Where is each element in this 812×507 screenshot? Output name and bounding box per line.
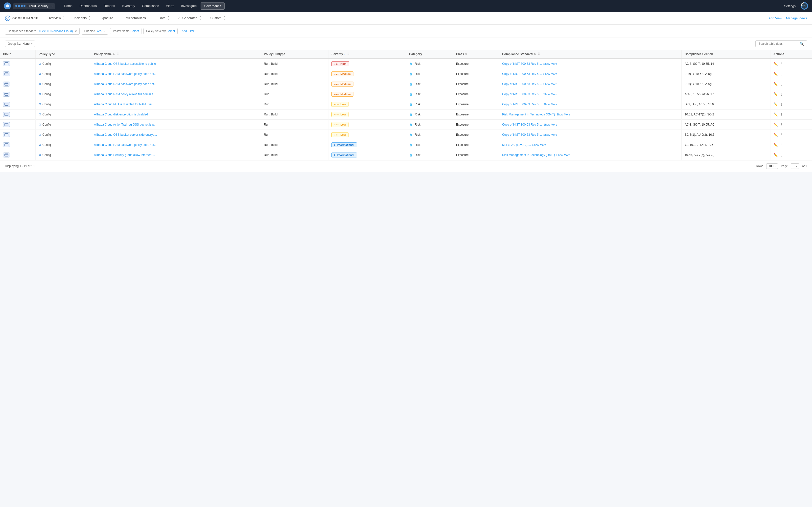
- tab-vulnerabilities[interactable]: Vulnerabilities ⋮: [122, 12, 155, 24]
- policy-name-value[interactable]: Alibaba Cloud OSS bucket server-side enc…: [94, 133, 157, 136]
- tab-vulnerabilities-dots[interactable]: ⋮: [147, 15, 151, 20]
- compliance-standard-filter[interactable]: Compliance Standard CIS v1.0.0 (Alibaba …: [5, 28, 79, 35]
- policy-name-value[interactable]: Alibaba Cloud OSS bucket accessible to p…: [94, 62, 156, 65]
- compliance-standard-value[interactable]: Copy of NIST 800-53 Rev 5,...: [502, 133, 542, 136]
- brand-selector[interactable]: Cloud Security ▾: [13, 3, 55, 9]
- col-policy-name[interactable]: Policy Name ⇅ ⠿: [91, 50, 261, 59]
- show-more-button[interactable]: Show More: [543, 82, 557, 86]
- edit-icon[interactable]: ✏️: [773, 112, 777, 116]
- show-more-button[interactable]: Show More: [543, 103, 557, 106]
- show-more-button[interactable]: Show More: [543, 62, 557, 65]
- more-actions-icon[interactable]: ⋮: [779, 112, 783, 116]
- tab-exposure[interactable]: Exposure ⋮: [96, 12, 122, 24]
- compliance-standard-value[interactable]: Copy of NIST 800-53 Rev 5,...: [502, 93, 542, 96]
- edit-icon[interactable]: ✏️: [773, 102, 777, 106]
- col-severity[interactable]: Severity ↓ ⠿: [328, 50, 406, 59]
- compliance-standard-value[interactable]: Copy of NIST 800-53 Rev 5,...: [502, 62, 542, 65]
- edit-icon[interactable]: ✏️: [773, 92, 777, 96]
- compliance-drag-icon[interactable]: ⠿: [538, 52, 540, 56]
- tab-ai-dots[interactable]: ⋮: [198, 15, 202, 20]
- policy-name-value[interactable]: Alibaba Cloud disk encryption is disable…: [94, 113, 148, 116]
- tab-data[interactable]: Data ⋮: [155, 12, 174, 24]
- rows-per-page-selector[interactable]: 100 ▾: [766, 163, 778, 169]
- show-more-button[interactable]: Show More: [543, 123, 557, 126]
- policy-name-value[interactable]: Alibaba Cloud MFA is disabled for RAM us…: [94, 103, 152, 106]
- nav-inventory[interactable]: Inventory: [119, 2, 138, 10]
- tab-overview[interactable]: Overview ⋮: [44, 12, 70, 24]
- compliance-standard-value[interactable]: Copy of NIST 800-53 Rev 5,...: [502, 123, 542, 126]
- policy-name-value[interactable]: Alibaba Cloud RAM policy allows full adm…: [94, 93, 156, 96]
- policy-severity-filter[interactable]: Policy Severity Select: [144, 28, 177, 34]
- policy-name-filter[interactable]: Policy Name Select: [110, 28, 142, 34]
- show-more-button[interactable]: Show More: [556, 113, 570, 116]
- class-value: Exposure: [456, 93, 469, 96]
- user-avatar[interactable]: 77%: [801, 2, 808, 10]
- enabled-close-icon[interactable]: ×: [103, 29, 105, 33]
- compliance-standard-value[interactable]: Copy of NIST 800-53 Rev 5,...: [502, 72, 542, 76]
- nav-investigate[interactable]: Investigate: [178, 2, 200, 10]
- more-actions-icon[interactable]: ⋮: [779, 123, 783, 126]
- nav-dashboards[interactable]: Dashboards: [76, 2, 100, 10]
- edit-icon[interactable]: ✏️: [773, 62, 777, 66]
- manage-views-button[interactable]: Manage Views: [786, 16, 807, 20]
- col-drag-icon[interactable]: ⠿: [116, 52, 119, 56]
- more-actions-icon[interactable]: ⋮: [779, 82, 783, 86]
- edit-icon[interactable]: ✏️: [773, 153, 777, 157]
- policy-name-value[interactable]: Alibaba Cloud Security group allow inter…: [94, 153, 155, 157]
- more-actions-icon[interactable]: ⋮: [779, 92, 783, 96]
- nav-home[interactable]: Home: [61, 2, 76, 10]
- show-more-button[interactable]: Show More: [532, 144, 546, 146]
- policy-name-value[interactable]: Alibaba Cloud RAM password policy does n…: [94, 72, 157, 76]
- tab-exposure-dots[interactable]: ⋮: [114, 15, 118, 20]
- app-logo[interactable]: [4, 2, 11, 9]
- edit-icon[interactable]: ✏️: [773, 143, 777, 147]
- show-more-button[interactable]: Show More: [556, 154, 570, 157]
- more-actions-icon[interactable]: ⋮: [779, 133, 783, 137]
- compliance-standard-value[interactable]: Copy of NIST 800-53 Rev 5,...: [502, 82, 542, 86]
- tab-custom-dots[interactable]: ⋮: [222, 15, 226, 20]
- tab-ai-generated[interactable]: AI Generated ⋮: [174, 12, 206, 24]
- show-more-button[interactable]: Show More: [543, 133, 557, 136]
- settings-link[interactable]: Settings: [784, 4, 796, 8]
- compliance-standard-value[interactable]: Copy of NIST 800-53 Rev 5,...: [502, 103, 542, 106]
- col-class[interactable]: Class ⇅: [453, 50, 499, 59]
- policy-name-value[interactable]: Alibaba Cloud RAM password policy does n…: [94, 143, 157, 147]
- edit-icon[interactable]: ✏️: [773, 133, 777, 137]
- show-more-button[interactable]: Show More: [543, 72, 557, 75]
- table-search-input[interactable]: [759, 42, 798, 46]
- more-actions-icon[interactable]: ⋮: [779, 62, 783, 66]
- tab-overview-dots[interactable]: ⋮: [62, 15, 66, 20]
- enabled-filter[interactable]: Enabled Yes ×: [82, 28, 108, 35]
- more-actions-icon[interactable]: ⋮: [779, 72, 783, 76]
- show-more-button[interactable]: Show More: [543, 93, 557, 96]
- compliance-standard-value[interactable]: Risk Management in Technology (RMiT): [502, 113, 555, 116]
- rows-per-page-value: 100: [768, 164, 773, 168]
- col-compliance-standard[interactable]: Compliance Standard ⇅ ⠿: [499, 50, 682, 59]
- cell-policy-type: ⚙ Config: [36, 120, 91, 130]
- add-view-button[interactable]: Add View: [768, 16, 782, 20]
- table-header-row: Cloud Policy Type Policy Name ⇅ ⠿ Policy…: [0, 50, 812, 59]
- more-actions-icon[interactable]: ⋮: [779, 153, 783, 157]
- add-filter-button[interactable]: Add Filter: [179, 28, 196, 34]
- tab-incidents[interactable]: Incidents ⋮: [70, 12, 96, 24]
- policy-name-value[interactable]: Alibaba Cloud ActionTrail log OSS bucket…: [94, 123, 156, 126]
- nav-alerts[interactable]: Alerts: [163, 2, 177, 10]
- nav-compliance[interactable]: Compliance: [139, 2, 162, 10]
- policy-name-value[interactable]: Alibaba Cloud RAM password policy does n…: [94, 82, 157, 86]
- tab-incidents-dots[interactable]: ⋮: [88, 15, 92, 20]
- group-by-selector[interactable]: Group By: None ▾: [5, 41, 35, 47]
- edit-icon[interactable]: ✏️: [773, 82, 777, 86]
- compliance-standard-close-icon[interactable]: ×: [75, 29, 77, 33]
- compliance-standard-value[interactable]: MLPS 2.0 (Level 2),...: [502, 143, 531, 147]
- edit-icon[interactable]: ✏️: [773, 123, 777, 126]
- compliance-standard-value[interactable]: Risk Management in Technology (RMiT): [502, 153, 555, 157]
- tab-data-dots[interactable]: ⋮: [166, 15, 170, 20]
- severity-drag-icon[interactable]: ⠿: [347, 52, 349, 56]
- nav-reports[interactable]: Reports: [101, 2, 118, 10]
- page-selector[interactable]: 1 ▾: [791, 163, 799, 169]
- nav-governance[interactable]: Governance: [201, 2, 225, 10]
- edit-icon[interactable]: ✏️: [773, 72, 777, 76]
- more-actions-icon[interactable]: ⋮: [779, 143, 783, 147]
- more-actions-icon[interactable]: ⋮: [779, 102, 783, 106]
- tab-custom[interactable]: Custom ⋮: [206, 12, 230, 24]
